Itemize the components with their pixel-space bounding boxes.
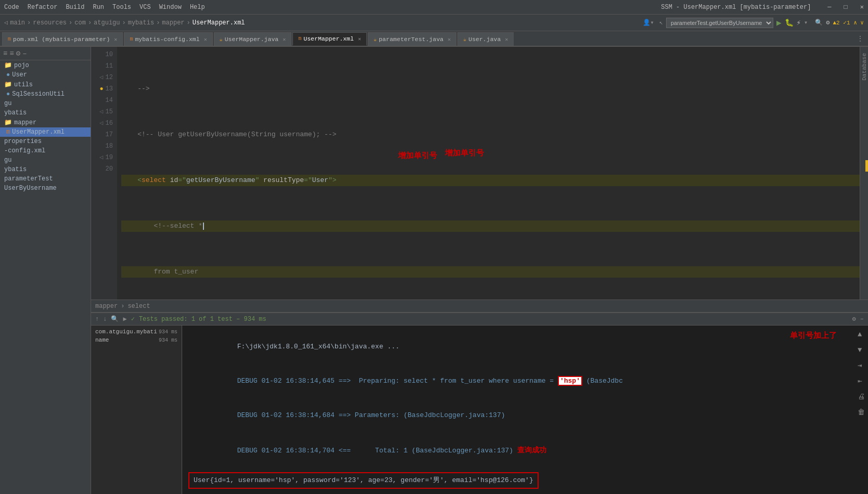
tab-usermapper-java-close[interactable]: ✕ (283, 36, 286, 43)
sidebar-item-mapper[interactable]: 📁 mapper (0, 118, 91, 127)
tab-usermapper-java[interactable]: ☕ UserMapper.java ✕ (214, 32, 292, 46)
minimize-button[interactable]: ─ (827, 4, 831, 11)
sidebar-collapse-icon[interactable]: ≡ (3, 49, 7, 58)
tab-user-java[interactable]: ☕ User.java ✕ (457, 32, 514, 46)
sidebar-item-ybatis[interactable]: ybatis (0, 108, 91, 118)
bc-select: select (127, 303, 150, 310)
menu-help[interactable]: Help (190, 4, 205, 11)
sidebar-item-gu2[interactable]: gu (0, 155, 91, 165)
maximize-button[interactable]: □ (844, 4, 848, 11)
test-2-time: 934 ms (159, 337, 177, 343)
sidebar-item-ybatis2[interactable]: ybatis (0, 165, 91, 174)
bc-mapper: mapper (162, 19, 184, 27)
menu-vcs[interactable]: VCS (139, 4, 151, 11)
sidebar-item-parametertest[interactable]: parameterTest (0, 174, 91, 184)
bc-file: UserMapper.xml (193, 19, 245, 27)
tab-usermapper-xml-close[interactable]: ✕ (358, 36, 361, 42)
sidebar-item-utils[interactable]: 📁 utils (0, 80, 91, 89)
sidebar-toolbar: ≡ ≡ ⚙ – (0, 47, 91, 60)
db-sidebar[interactable]: Database (860, 47, 868, 300)
sidebar-expand-icon[interactable]: ≡ (9, 49, 14, 58)
menu-refactor[interactable]: Refactor (28, 4, 58, 11)
tab-pom-label: pom.xml (mybatis-parameter) (13, 36, 110, 43)
scroll-down-icon[interactable]: ↓ (103, 316, 107, 323)
code-line-13: <!--select * (121, 220, 860, 232)
sidebar-item-pojo[interactable]: 📁 pojo (0, 60, 91, 70)
test-2-label: name (95, 337, 109, 343)
user-class-icon: ● (6, 71, 10, 79)
debug-button[interactable]: 🐛 (785, 18, 794, 27)
settings-icon[interactable]: ⚙ (826, 19, 829, 27)
menu-code[interactable]: Code (4, 4, 19, 11)
menu-window[interactable]: Window (159, 4, 182, 11)
search-icon[interactable]: 🔍 (815, 19, 823, 27)
usermapper-java-icon: ☕ (220, 36, 223, 43)
outdent-icon[interactable]: ⇤ (857, 374, 866, 388)
print-icon[interactable]: 🖨 (857, 390, 866, 404)
test-item-1[interactable]: com.atguigu.mybati 934 ms (93, 328, 180, 336)
sidebar-settings-icon[interactable]: ⚙ (16, 49, 20, 58)
ln-15: ◁ 15 (91, 106, 113, 118)
sidebar: ≡ ≡ ⚙ – 📁 pojo ● User 📁 utils ● SqlSessi… (0, 47, 91, 494)
code-content[interactable]: 10 11 ◁ 12 ● 13 (91, 47, 868, 300)
bottom-panel: ↑ ↓ 🔍 ▶ ✓ Tests passed: 1 of 1 test – 93… (91, 312, 868, 494)
test-sidebar: com.atguigu.mybati 934 ms name 934 ms (91, 326, 182, 494)
status-text: Tests passed: 1 of 1 test – 934 ms (139, 316, 266, 323)
run-again-icon[interactable]: ▶ (123, 315, 126, 323)
more-run-options[interactable]: ▾ (804, 19, 808, 27)
ln-11: 11 (91, 60, 113, 72)
close-button[interactable]: ✕ (860, 3, 864, 11)
tab-usermapper-xml[interactable]: m UserMapper.xml ✕ (292, 32, 367, 46)
search-console-icon[interactable]: 🔍 (111, 315, 119, 323)
bottom-close-icon[interactable]: – (860, 316, 864, 323)
bc-com: com (74, 19, 86, 27)
indent-icon[interactable]: ⇥ (857, 359, 866, 372)
scroll-down-btn[interactable]: ▼ (857, 343, 866, 357)
sidebar-item-config-xml[interactable]: -config.xml (0, 146, 91, 155)
nav-back-icon[interactable]: ◁ (4, 19, 8, 27)
sidebar-item-userbyusername[interactable]: UserByUsername (0, 184, 91, 193)
menu-run[interactable]: Run (93, 4, 104, 11)
bc-atguigu: atguigu (94, 19, 120, 27)
sidebar-item-usermapper-xml[interactable]: m UserMapper.xml (0, 127, 91, 137)
sidebar-item-user[interactable]: ● User (0, 70, 91, 80)
sidebar-item-sqlsessionutil[interactable]: ● SqlSessionUtil (0, 89, 91, 99)
mybatis-config-icon: m (130, 36, 133, 42)
bc-mapper: mapper (95, 303, 118, 310)
query-success-label: 查询成功 (517, 446, 546, 454)
breadcrumb: main › resources › com › atguigu › mybat… (10, 19, 245, 27)
more-tabs-icon[interactable]: ⋮ (852, 34, 868, 43)
tab-mybatis-config-close[interactable]: ✕ (204, 36, 207, 43)
menu-tools[interactable]: Tools (112, 4, 131, 11)
code-line-14: from t_user (121, 266, 860, 278)
console-line-2: DEBUG 01-02 16:38:14,645 ==> Preparing: … (188, 364, 862, 398)
console-area[interactable]: 单引号加上了 F:\jdk\jdk1.8.0_161_x64\bin\java.… (182, 326, 868, 494)
tab-parametertest-java[interactable]: ☕ parameterTest.java ✕ (368, 32, 456, 46)
tab-mybatis-config[interactable]: m mybatis-config.xml ✕ (124, 32, 212, 46)
sidebar-item-gu[interactable]: gu (0, 99, 91, 108)
tab-pom[interactable]: m pom.xml (mybatis-parameter) ✕ (2, 32, 123, 46)
console-line-1: F:\jdk\jdk1.8.0_161_x64\bin\java.exe ... (188, 330, 862, 364)
run-button[interactable]: ▶ (776, 18, 782, 28)
sidebar-item-properties[interactable]: properties (0, 137, 91, 146)
menu-build[interactable]: Build (66, 4, 84, 11)
test-item-2[interactable]: name 934 ms (93, 336, 180, 344)
run-config-dropdown[interactable]: parameterTest.getUserByUsername (666, 18, 773, 28)
bottom-settings-icon[interactable]: ⚙ (852, 315, 856, 323)
usermapper-xml-side-icon: m (6, 128, 10, 136)
scroll-up-icon[interactable]: ↑ (95, 316, 99, 323)
tab-user-java-close[interactable]: ✕ (505, 36, 508, 43)
tab-pom-close[interactable]: ✕ (114, 36, 117, 43)
tab-parametertest-java-close[interactable]: ✕ (448, 36, 451, 43)
ln-19: ◁ 19 (91, 152, 113, 163)
coverage-button[interactable]: ⚡ (797, 18, 801, 27)
test-1-time: 934 ms (159, 329, 177, 335)
delete-icon[interactable]: 🗑 (857, 406, 866, 419)
ln-13: ● 13 (91, 83, 113, 95)
sidebar-close-icon[interactable]: – (22, 49, 27, 58)
scroll-up-btn[interactable]: ▲ (857, 328, 866, 341)
bc-main: main (10, 19, 25, 27)
console-line-4: DEBUG 01-02 16:38:14,704 <== Total: 1 (B… (188, 433, 862, 468)
code-lines[interactable]: --> <!-- User getUserByUsername(String u… (117, 47, 860, 300)
console-line-3: DEBUG 01-02 16:38:14,684 ==> Parameters:… (188, 398, 862, 433)
